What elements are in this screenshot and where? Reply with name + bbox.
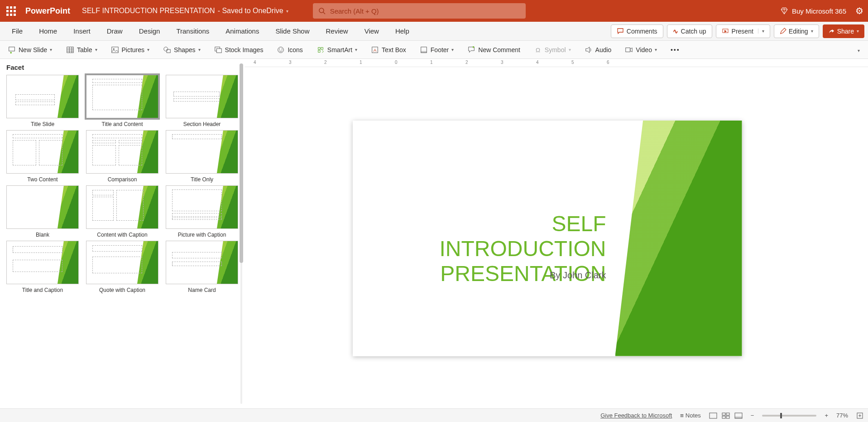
chevron-down-icon: ▾ [811,29,813,34]
layout-thumbnail [86,75,158,118]
new-slide-button[interactable]: New Slide▾ [5,43,55,57]
icons-button[interactable]: Icons [274,43,305,57]
search-input[interactable] [330,7,520,15]
zoom-in-button[interactable]: + [825,412,828,419]
tab-animations[interactable]: Animations [217,22,267,41]
svg-rect-10 [216,49,221,53]
status-bar: Give Feedback to Microsoft ≡ Notes − + 7… [0,408,868,422]
sorter-view-icon[interactable] [722,412,730,419]
shapes-button[interactable]: Shapes▾ [160,43,203,57]
search-box[interactable] [313,3,526,19]
tab-slide-show[interactable]: Slide Show [267,22,317,41]
ruler-tick: 5 [571,60,574,65]
tab-transitions[interactable]: Transitions [168,22,217,41]
smartart-button[interactable]: SmartArt▾ [314,43,360,57]
tab-home[interactable]: Home [31,22,65,41]
catch-up-button[interactable]: ∿ Catch up [667,24,712,38]
tab-review[interactable]: Review [317,22,356,41]
ruler-tick: 3 [289,60,292,65]
video-icon [625,46,633,54]
svg-rect-21 [722,413,725,415]
sync-icon: ∿ [673,28,678,35]
comments-button[interactable]: Comments [611,24,663,38]
tab-view[interactable]: View [356,22,387,41]
layout-thumbnail [86,185,158,229]
gear-icon[interactable]: ⚙ [855,5,863,16]
footer-button[interactable]: Footer▾ [417,43,456,57]
layout-option-title-slide[interactable]: Title Slide [6,75,79,127]
ruler-tick: 4 [536,60,539,65]
layout-option-two-content[interactable]: Two Content [6,130,79,183]
stock-images-icon [214,46,222,54]
zoom-out-button[interactable]: − [751,412,754,419]
ruler-tick: 3 [501,60,504,65]
normal-view-icon[interactable] [709,412,717,419]
svg-line-1 [323,12,325,14]
text-box-button[interactable]: A Text Box [368,43,409,57]
new-comment-button[interactable]: New Comment [465,43,523,57]
collapse-ribbon-button[interactable]: ▾ [858,46,863,53]
layout-option-blank[interactable]: Blank [6,185,79,238]
present-button[interactable]: Present ▾ [716,24,770,38]
icons-icon [277,46,285,54]
tab-help[interactable]: Help [387,22,417,41]
tab-design[interactable]: Design [131,22,168,41]
layout-option-title-and-caption[interactable]: Title and Caption [6,241,79,293]
reading-view-icon[interactable] [734,412,743,419]
fit-to-window-icon[interactable] [856,412,863,419]
chevron-down-icon: ▾ [50,47,52,52]
table-button[interactable]: Table▾ [63,43,100,57]
zoom-slider[interactable] [762,415,816,417]
editing-mode-button[interactable]: Editing ▾ [774,24,819,38]
layout-label: Title Only [191,176,213,183]
tab-file[interactable]: File [4,22,31,41]
layout-thumbnail [6,75,79,118]
layout-label: Quote with Caption [99,287,145,293]
symbol-icon: Ω [534,46,542,54]
layout-label: Content with Caption [97,232,147,238]
share-button[interactable]: Share ▾ [823,24,864,38]
layout-option-name-card[interactable]: Name Card [166,241,238,293]
buy-microsoft-365-button[interactable]: Buy Microsoft 365 [780,7,846,15]
layout-thumbnail [86,130,158,174]
share-icon [828,28,834,34]
document-title[interactable]: SELF INTRODUCTION PRESENTATION - Saved t… [82,7,288,15]
smartart-icon [317,46,325,54]
pictures-button[interactable]: Pictures▾ [108,43,153,57]
zoom-level[interactable]: 77% [836,412,848,419]
layout-option-title-and-content[interactable]: Title and Content [86,75,158,127]
layout-option-section-header[interactable]: Section Header [166,75,238,127]
tab-draw[interactable]: Draw [99,22,131,41]
svg-rect-19 [626,48,630,52]
svg-text:A: A [374,47,377,52]
more-commands-button[interactable]: ••• [668,43,683,57]
stock-images-button[interactable]: Stock Images [211,43,266,57]
video-button[interactable]: Video▾ [622,43,660,57]
new-comment-icon [467,46,475,54]
comment-icon [617,28,624,35]
symbol-button[interactable]: Ω Symbol▾ [531,43,574,57]
slide[interactable]: SELF INTRODUCTION PRESENTATION By John C… [353,121,742,356]
layout-option-title-only[interactable]: Title Only [166,130,238,183]
layout-thumbnail [166,185,238,229]
layout-option-comparison[interactable]: Comparison [86,130,158,183]
ruler-tick: 4 [254,60,256,65]
app-launcher-icon[interactable] [5,5,17,17]
ruler-tick: 1 [430,60,433,65]
audio-button[interactable]: Audio [582,43,614,57]
layout-thumbnail [6,241,79,284]
svg-rect-26 [735,417,742,418]
tab-insert[interactable]: Insert [65,22,99,41]
layout-option-quote-with-caption[interactable]: Quote with Caption [86,241,158,293]
gallery-scrollbar[interactable] [239,63,244,404]
layout-label: Name Card [188,287,216,293]
layout-option-picture-with-caption[interactable]: Picture with Caption [166,185,238,238]
audio-icon [585,46,593,54]
feedback-link[interactable]: Give Feedback to Microsoft [600,412,672,419]
layout-label: Title and Content [102,121,143,127]
document-name: SELF INTRODUCTION PRESENTATION [82,7,215,15]
horizontal-ruler: 43210123456 [245,59,868,67]
picture-icon [111,46,119,54]
layout-option-content-with-caption[interactable]: Content with Caption [86,185,158,238]
notes-button[interactable]: ≡ Notes [680,412,700,419]
